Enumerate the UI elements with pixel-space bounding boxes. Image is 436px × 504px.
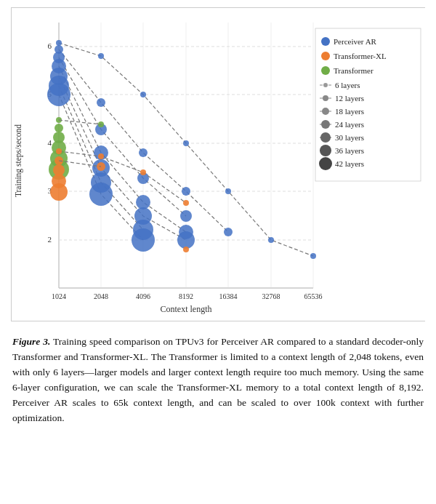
svg-point-37: [97, 98, 105, 107]
svg-point-102: [319, 157, 332, 170]
svg-point-31: [140, 92, 146, 97]
svg-text:18 layers: 18 layers: [335, 107, 364, 116]
svg-point-99: [320, 145, 331, 156]
svg-point-34: [268, 237, 274, 243]
caption-label: Figure 3.: [12, 336, 50, 347]
svg-text:6 layers: 6 layers: [335, 81, 360, 89]
svg-point-30: [98, 53, 104, 59]
svg-text:8192: 8192: [179, 292, 193, 300]
svg-text:30 layers: 30 layers: [335, 133, 364, 142]
svg-point-29: [56, 40, 62, 46]
svg-point-75: [183, 247, 189, 252]
svg-point-61: [54, 124, 63, 132]
svg-point-90: [322, 108, 329, 115]
figure-caption: Figure 3. Training speed comparison on T…: [11, 335, 425, 426]
svg-point-32: [183, 140, 189, 146]
svg-point-77: [321, 37, 330, 46]
svg-text:42 layers: 42 layers: [335, 159, 364, 168]
svg-point-74: [50, 183, 68, 201]
svg-text:65536: 65536: [304, 292, 323, 300]
svg-point-93: [321, 120, 330, 129]
svg-text:Training steps/second: Training steps/second: [14, 124, 23, 197]
svg-text:4: 4: [48, 138, 52, 147]
svg-point-96: [320, 132, 331, 143]
svg-text:Transformer-XL: Transformer-XL: [334, 52, 387, 60]
svg-point-68: [140, 169, 146, 175]
svg-point-79: [321, 52, 330, 60]
svg-text:24 layers: 24 layers: [335, 120, 364, 129]
svg-text:2048: 2048: [94, 292, 108, 300]
svg-point-38: [139, 148, 148, 157]
svg-point-40: [224, 228, 233, 236]
svg-text:Transformer: Transformer: [334, 66, 374, 75]
svg-point-39: [182, 187, 190, 196]
svg-text:12 layers: 12 layers: [335, 94, 364, 103]
caption-text: Training speed comparison on TPUv3 for P…: [12, 336, 424, 423]
svg-point-52: [177, 231, 195, 249]
svg-text:2: 2: [48, 235, 52, 244]
svg-point-81: [321, 66, 330, 75]
svg-text:6: 6: [48, 41, 52, 50]
svg-text:Context length: Context length: [161, 304, 212, 314]
svg-text:36 layers: 36 layers: [335, 146, 364, 155]
svg-point-87: [323, 95, 328, 101]
svg-point-35: [310, 253, 316, 259]
chart-container: 2 3 4 5 6 Training steps/second 1024 204…: [11, 7, 425, 321]
svg-text:16384: 16384: [219, 292, 238, 300]
svg-text:1024: 1024: [52, 292, 66, 300]
svg-point-84: [323, 83, 328, 87]
svg-point-57: [89, 183, 113, 206]
chart-svg: 2 3 4 5 6 Training steps/second 1024 204…: [12, 8, 426, 321]
svg-text:4096: 4096: [136, 292, 150, 300]
svg-point-33: [225, 188, 231, 194]
svg-point-58: [132, 228, 155, 252]
svg-text:Perceiver AR: Perceiver AR: [334, 37, 377, 46]
svg-text:32768: 32768: [262, 292, 280, 300]
svg-point-56: [47, 83, 70, 106]
svg-point-69: [183, 200, 189, 206]
svg-point-66: [56, 148, 62, 154]
svg-point-44: [180, 210, 192, 222]
svg-point-67: [98, 153, 104, 159]
